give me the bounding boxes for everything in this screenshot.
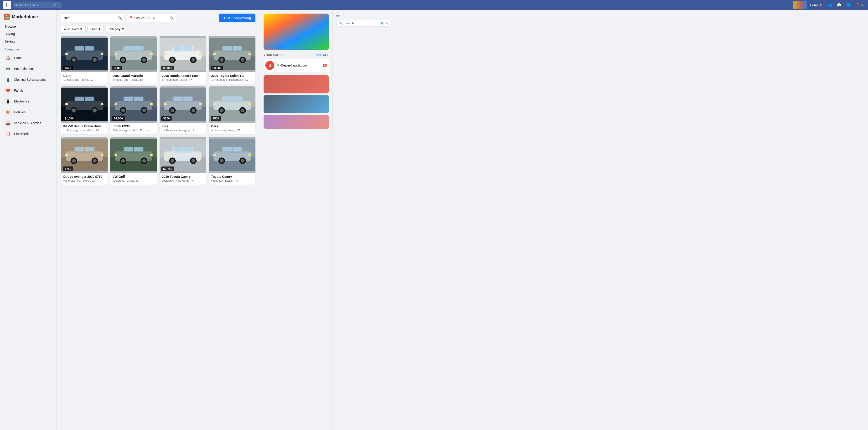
svg-point-79 (170, 109, 174, 112)
sidebar-item-electronics[interactable]: 📱 Electronics (2, 96, 55, 107)
global-search-bar[interactable]: 🔍 (13, 2, 62, 8)
search-submit-icon[interactable]: 🔍 (118, 16, 122, 20)
listing-meta: 17 hours ago · Dallas, TX (162, 78, 204, 81)
sidebar-item-hobbies[interactable]: 🎨 Hobbies (2, 107, 55, 118)
sidebar-item-browse[interactable]: Browse (2, 23, 55, 30)
category-label: Clothing & Accessories (14, 78, 46, 81)
messages-icon: 💬 (837, 3, 841, 7)
search-row: 🔍 📍 🔍 + Sell Something (61, 13, 255, 22)
svg-rect-83 (199, 104, 202, 105)
chat-search-input[interactable] (344, 22, 378, 25)
sidebar-item-entertainment[interactable]: 🎮 Entertainment (2, 63, 55, 74)
svg-point-141 (241, 159, 244, 163)
svg-rect-28 (174, 46, 182, 51)
right-ad-area (264, 13, 329, 50)
sidebar-item-vehicles---bicycles[interactable]: 🚗 Vehicles & Bicycles (2, 118, 55, 128)
location-search-icon[interactable]: 🔍 (170, 16, 174, 20)
listing-card[interactable]: Toyota Camry yesterday · Dallas, TX (209, 137, 255, 184)
svg-point-129 (191, 159, 195, 163)
chevron-down-icon: ▼ (861, 4, 864, 6)
listing-image: $2,700 (160, 137, 206, 173)
listing-meta: on Thursday · Irving, TX (211, 129, 253, 132)
chat-settings-icon[interactable]: ⚙️ (380, 22, 383, 25)
svg-rect-22 (115, 53, 117, 55)
marketplace-search-bar[interactable]: 🔍 (61, 13, 124, 22)
sidebar-item-home[interactable]: 🏠 Home (2, 53, 55, 63)
listing-card[interactable]: $1,000 04 VW Beetle Convertible 16 hours… (61, 86, 107, 134)
listing-card[interactable]: $3,800 2005 Honda Accord Low Miles 17 ho… (160, 36, 206, 84)
sell-something-button[interactable]: + Sell Something (219, 13, 255, 22)
category-filter-button[interactable]: Category ▼ (105, 26, 127, 32)
svg-rect-118 (115, 154, 117, 155)
chat-search-bar[interactable]: 🔍 ⚙️ ✏️ (336, 20, 392, 26)
price-badge: $500 (161, 116, 172, 121)
messages-nav-item[interactable]: 💬 (835, 2, 843, 8)
listing-meta: yesterday · Fort Worth, TX (162, 179, 204, 182)
listing-card[interactable]: $3,600 2006 Toyota Scion TC 13 hours ago… (209, 36, 255, 84)
listing-card[interactable]: $500 cars on Thursday · Arlington, TX (160, 86, 206, 134)
pages-list: S MyDealerCapital.com 9 (264, 59, 329, 72)
svg-point-91 (220, 109, 223, 112)
see-all-link[interactable]: SEE ALL (316, 53, 329, 57)
svg-rect-34 (164, 53, 166, 55)
svg-rect-142 (213, 154, 216, 155)
globe-nav-item[interactable]: 🌐 (844, 2, 852, 8)
listing-meta: yesterday · Dallas, TX (211, 179, 253, 182)
svg-point-19 (121, 58, 125, 62)
sidebar-item-buying[interactable]: Buying (2, 30, 55, 37)
svg-rect-76 (174, 97, 182, 101)
svg-point-139 (220, 159, 223, 163)
listing-card[interactable]: $2,700 2010 Toyota Camry yesterday · For… (160, 137, 206, 184)
search-icon: 🔍 (53, 3, 57, 7)
sidebar-item-family[interactable]: ❤️ Family (2, 85, 55, 96)
listings-grid: $500 Cars! 18 hours ago · Irving, TX (61, 36, 255, 184)
svg-rect-5 (85, 46, 94, 51)
listing-card[interactable]: $500 Cars on Thursday · Irving, TX (209, 86, 255, 134)
home-nav-item[interactable]: Home 1 (808, 2, 824, 8)
listing-info: Cars! 18 hours ago · Irving, TX (61, 72, 107, 84)
listing-title: 2006 Toyota Scion TC (211, 74, 253, 78)
svg-point-67 (121, 109, 125, 112)
svg-point-127 (170, 159, 174, 163)
category-icon: 🏠 (4, 54, 12, 61)
right-more-content (264, 75, 329, 129)
listing-meta: 13 hours ago · Richardson, TX (211, 78, 253, 81)
listing-title: 2010 Toyota Camry (162, 175, 204, 178)
global-search-input[interactable] (15, 3, 53, 7)
price-filter-button[interactable]: Price ▼ (88, 26, 104, 32)
listing-image (110, 137, 157, 173)
svg-point-117 (142, 159, 146, 163)
svg-rect-88 (223, 97, 232, 101)
sidebar-item-classifieds[interactable]: 📋 Classifieds (2, 128, 55, 139)
listing-card[interactable]: $759 Dodge Avenger 2010 $759 yesterday ·… (61, 137, 107, 184)
your-page-item[interactable]: S MyDealerCapital.com 9 (264, 59, 329, 72)
category-label: Vehicles & Bicycles (14, 121, 41, 125)
category-label: Electronics (14, 99, 29, 103)
listing-title: 04 VW Beetle Convertible (63, 124, 105, 128)
sidebar-item-clothing---accessories[interactable]: 👗 Clothing & Accessories (2, 74, 55, 85)
marketplace-search-input[interactable] (64, 16, 118, 20)
listing-card[interactable]: $800 2003 Grand Marquis 14 hours ago · D… (110, 36, 157, 84)
friends-nav-item[interactable]: 👥 (826, 2, 834, 8)
sidebar-item-selling[interactable]: Selling (2, 37, 55, 45)
category-icon: 🎨 (4, 109, 12, 116)
help-nav-item[interactable]: ❓ ▼ (854, 2, 865, 8)
svg-rect-95 (248, 104, 251, 105)
svg-point-21 (142, 58, 146, 62)
listing-card[interactable]: VW Golf yesterday · Dallas, TX (110, 137, 157, 184)
distance-filter-button[interactable]: 40 mi away ▼ (61, 26, 86, 32)
location-search-input[interactable] (134, 16, 169, 20)
chat-compose-icon[interactable]: ✏️ (385, 22, 389, 25)
listing-card[interactable]: $1,500 infinti FX35 15 hours ago · Halto… (110, 86, 157, 134)
location-search-bar[interactable]: 📍 🔍 (127, 13, 176, 22)
svg-point-57 (93, 109, 96, 112)
svg-rect-131 (199, 154, 202, 155)
svg-rect-64 (124, 97, 133, 101)
categories-section-title: Categories (2, 45, 55, 53)
svg-rect-106 (65, 154, 68, 155)
listing-image: $500 (209, 86, 255, 123)
sidebar: 🏪 Marketplace Browse Buying Selling Cate… (0, 10, 57, 430)
listing-card[interactable]: $500 Cars! 18 hours ago · Irving, TX (61, 36, 107, 84)
help-icon: ❓ (856, 3, 860, 7)
page-avatar: S (266, 61, 274, 70)
